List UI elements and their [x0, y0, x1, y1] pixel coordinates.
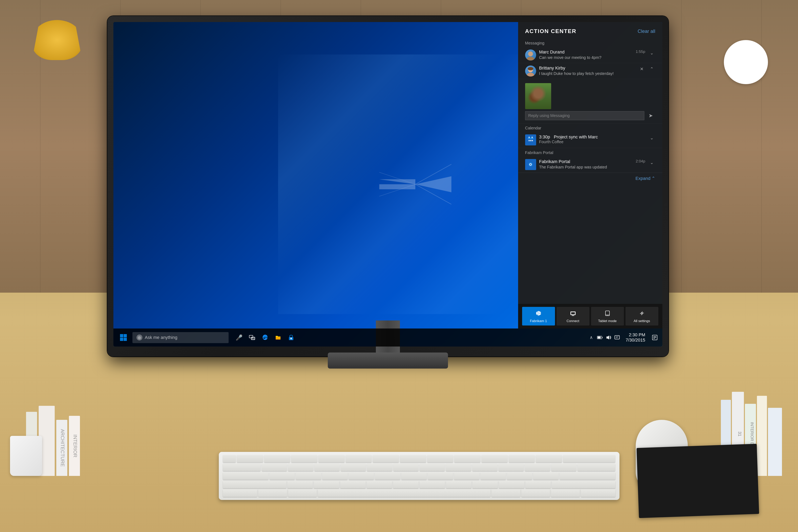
svg-rect-19 [532, 140, 533, 141]
marc-expand-btn[interactable]: ⌄ [648, 50, 656, 56]
connect-qa-icon [570, 310, 576, 318]
marc-msg: Can we move our meeting to 4pm? [539, 55, 633, 60]
marc-time: 1:55p [636, 50, 645, 54]
store-icon[interactable] [286, 332, 297, 343]
marc-notif-body: Marc Durand Can we move our meeting to 4… [539, 50, 633, 60]
clock-date: 7/30/2015 [626, 338, 645, 343]
lamp [32, 20, 92, 120]
notifications-list: Messaging [518, 38, 662, 304]
edge-icon[interactable] [260, 332, 271, 343]
clock-time: 2:30 PM [626, 332, 645, 338]
start-button[interactable] [116, 330, 130, 344]
svg-line-6 [379, 172, 415, 184]
marc-name: Marc Durand [539, 50, 633, 55]
svg-rect-34 [124, 334, 127, 337]
taskbar-clock[interactable]: 2:30 PM 7/30/2015 [624, 332, 647, 343]
svg-point-8 [528, 52, 533, 56]
svg-point-23 [530, 164, 531, 165]
chat-bubble-icon[interactable] [614, 334, 621, 341]
reply-row: ➤ [525, 111, 656, 120]
qa-tablet-button[interactable]: Tablet mode [591, 307, 624, 325]
fabrikam-qa-icon [536, 310, 542, 318]
fabrikam-icon [525, 159, 536, 170]
reply-input[interactable] [525, 111, 644, 120]
notification-calendar[interactable]: 3:30p Project sync with Marc Fourth Coff… [518, 132, 662, 148]
action-center-header: ACTION CENTER Clear all [518, 22, 662, 38]
brittany-image [525, 83, 551, 109]
monitor-bezel: ACTION CENTER Clear all Messaging [108, 16, 668, 357]
windows-desktop: ACTION CENTER Clear all Messaging [113, 22, 662, 346]
settings-qa-icon [639, 310, 645, 318]
taskbar-search[interactable]: ◎ Ask me anything [132, 332, 229, 343]
svg-marker-44 [606, 336, 609, 340]
svg-marker-3 [379, 184, 415, 189]
expand-button[interactable]: Expand ⌃ [635, 176, 656, 181]
qa-fabrikam-button[interactable]: Fabrikam 1 [522, 307, 555, 325]
notebook [636, 444, 759, 518]
calendar-event-body: 3:30p Project sync with Marc Fourth Coff… [539, 134, 645, 144]
battery-icon[interactable] [596, 334, 604, 341]
decoration-circle [724, 40, 768, 84]
notification-brittany[interactable]: Brittany Kirby I taught Duke how to play… [518, 63, 662, 79]
brittany-close-btn[interactable]: ✕ [638, 65, 645, 73]
system-tray: ∧ [588, 332, 659, 343]
monitor: ACTION CENTER Clear all Messaging [108, 16, 668, 397]
task-view-icon[interactable] [247, 332, 258, 343]
svg-marker-1 [415, 184, 451, 192]
tablet-qa-icon [605, 310, 610, 318]
svg-rect-25 [571, 312, 575, 315]
svg-point-12 [528, 67, 533, 70]
svg-rect-45 [615, 336, 620, 339]
calendar-expand-btn[interactable]: ⌄ [648, 134, 656, 141]
svg-point-11 [527, 73, 534, 77]
qa-connect-label: Connect [567, 319, 579, 323]
mic-icon[interactable]: 🎤 [234, 332, 245, 343]
calendar-event-title: 3:30p Project sync with Marc [539, 134, 645, 139]
svg-rect-40 [290, 338, 292, 339]
notification-fabrikam[interactable]: Fabrikam Portal The Fabrikam Portal app … [518, 157, 662, 173]
cortana-icon: ◎ [136, 335, 142, 341]
chevron-up-icon[interactable]: ∧ [588, 334, 595, 341]
qa-settings-label: All settings [633, 319, 650, 323]
monitor-stand-base [328, 353, 448, 368]
qa-settings-button[interactable]: All settings [626, 307, 658, 325]
action-center-panel: ACTION CENTER Clear all Messaging [518, 22, 662, 328]
notification-marc[interactable]: Marc Durand Can we move our meeting to 4… [518, 47, 662, 63]
brittany-name: Brittany Kirby [539, 65, 635, 71]
svg-rect-36 [124, 338, 127, 341]
svg-rect-43 [597, 337, 601, 339]
fabrikam-name: Fabrikam Portal [539, 159, 633, 164]
svg-point-32 [641, 312, 643, 314]
fabrikam-notif-body: Fabrikam Portal The Fabrikam Portal app … [539, 159, 633, 169]
brittany-avatar [525, 65, 536, 77]
clear-all-button[interactable]: Clear all [638, 28, 655, 34]
dog-photo [525, 83, 551, 109]
windows-start-icon [120, 334, 127, 341]
fabrikam-time: 2:04p [636, 159, 645, 164]
fabrikam-msg: The Fabrikam Portal app was updated [539, 165, 633, 169]
reply-send-button[interactable]: ➤ [646, 111, 656, 120]
qa-connect-button[interactable]: Connect [556, 307, 589, 325]
monitor-screen: ACTION CENTER Clear all Messaging [113, 22, 662, 346]
mug [10, 436, 42, 476]
brittany-collapse-btn[interactable]: ⌃ [648, 65, 656, 73]
svg-rect-38 [251, 337, 255, 340]
calendar-event-sub: Fourth Coffee [539, 139, 645, 144]
action-center-taskbar-icon[interactable] [650, 333, 659, 342]
keyboard-keys [223, 455, 615, 497]
svg-rect-18 [530, 140, 531, 141]
search-placeholder-text: Ask me anything [145, 335, 177, 340]
volume-icon[interactable] [605, 334, 612, 341]
svg-rect-16 [532, 137, 533, 138]
brittany-expanded-content: ➤ [518, 79, 662, 124]
action-center-title: ACTION CENTER [525, 28, 576, 35]
marc-avatar [525, 50, 536, 60]
explorer-icon[interactable] [273, 332, 284, 343]
messaging-section-label: Messaging [518, 38, 662, 47]
svg-rect-35 [120, 338, 123, 341]
svg-point-9 [527, 57, 534, 60]
qa-tablet-label: Tablet mode [598, 319, 617, 323]
svg-rect-17 [529, 140, 530, 141]
fabrikam-expand-btn[interactable]: ⌄ [648, 159, 656, 166]
windows-logo [375, 144, 455, 224]
